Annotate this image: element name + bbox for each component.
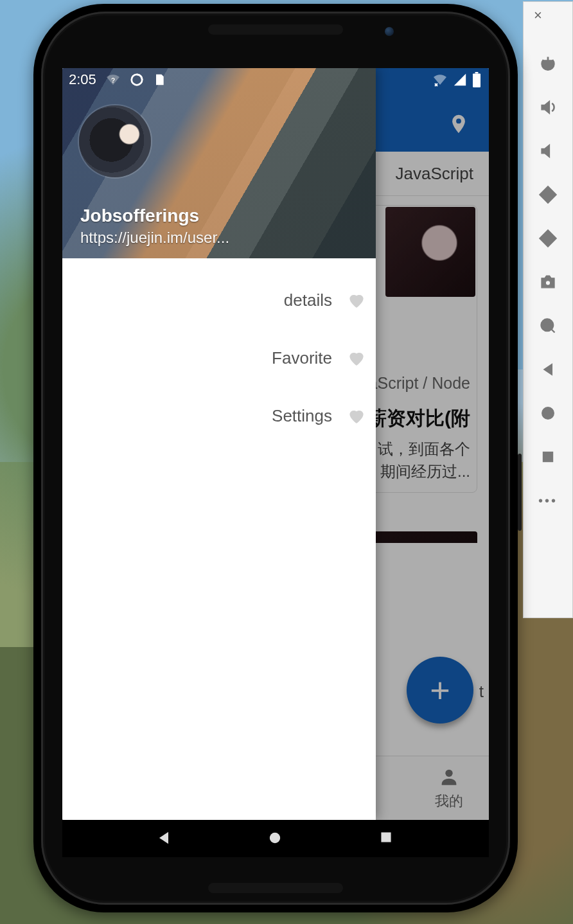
android-nav-bar bbox=[62, 820, 489, 857]
drawer-item-label: Favorite bbox=[272, 348, 332, 368]
power-icon[interactable] bbox=[535, 53, 561, 74]
wifi-x-icon bbox=[432, 72, 448, 87]
zoom-in-icon[interactable] bbox=[535, 315, 561, 336]
svg-rect-12 bbox=[381, 832, 391, 842]
home-circle-icon[interactable] bbox=[535, 403, 561, 423]
drawer-item-settings[interactable]: Settings bbox=[62, 387, 376, 445]
heart-icon bbox=[346, 290, 367, 310]
svg-rect-1 bbox=[540, 231, 556, 247]
svg-point-4 bbox=[542, 407, 553, 418]
sd-card-icon bbox=[153, 73, 166, 87]
device-frame: JavaScript aScript / Node 薪资对比(附 试，到面各个 … bbox=[33, 4, 518, 912]
drawer-item-label: details bbox=[284, 290, 332, 310]
emulator-toolbar: × ••• bbox=[523, 1, 573, 618]
svg-point-11 bbox=[270, 833, 280, 843]
camera-icon[interactable] bbox=[535, 272, 561, 292]
drawer-profile-link[interactable]: https://juejin.im/user... bbox=[80, 229, 358, 247]
svg-rect-9 bbox=[473, 73, 480, 87]
wifi-question-icon: ? bbox=[105, 72, 121, 87]
emulator-close-button[interactable]: × bbox=[534, 7, 542, 24]
svg-rect-0 bbox=[540, 187, 556, 203]
bottom-speaker bbox=[208, 883, 343, 893]
svg-text:?: ? bbox=[111, 77, 115, 84]
battery-icon bbox=[472, 72, 481, 87]
status-time: 2:05 bbox=[69, 71, 96, 88]
front-camera bbox=[385, 27, 394, 36]
volume-up-icon[interactable] bbox=[535, 97, 561, 118]
nav-back-icon[interactable] bbox=[155, 829, 174, 848]
rotate-left-icon[interactable] bbox=[535, 184, 561, 205]
svg-rect-5 bbox=[543, 452, 552, 461]
drawer-item-label: Settings bbox=[272, 406, 332, 426]
nav-overview-icon[interactable] bbox=[378, 829, 397, 848]
drawer-item-favorite[interactable]: Favorite bbox=[62, 329, 376, 387]
svg-rect-10 bbox=[475, 72, 479, 73]
rotate-right-icon[interactable] bbox=[535, 228, 561, 249]
back-icon[interactable] bbox=[535, 359, 561, 380]
data-saver-icon bbox=[130, 73, 144, 87]
svg-point-2 bbox=[545, 281, 551, 286]
drawer-list: details Favorite Settings bbox=[62, 258, 376, 820]
navigation-drawer: Jobsofferings https://juejin.im/user... … bbox=[62, 68, 376, 820]
signal-icon bbox=[453, 73, 467, 87]
heart-icon bbox=[346, 405, 367, 426]
device-screen: JavaScript aScript / Node 薪资对比(附 试，到面各个 … bbox=[62, 68, 489, 820]
nav-home-icon[interactable] bbox=[266, 829, 285, 848]
volume-down-icon[interactable] bbox=[535, 141, 561, 161]
drawer-username: Jobsofferings bbox=[80, 206, 358, 226]
more-icon[interactable]: ••• bbox=[535, 490, 561, 511]
drawer-item-details[interactable]: details bbox=[62, 271, 376, 329]
drawer-header: Jobsofferings https://juejin.im/user... bbox=[62, 68, 376, 258]
overview-icon[interactable] bbox=[535, 447, 561, 467]
heart-icon bbox=[346, 348, 367, 368]
earpiece-speaker bbox=[208, 24, 343, 35]
avatar[interactable] bbox=[79, 105, 151, 177]
status-bar: 2:05 ? bbox=[62, 68, 489, 91]
